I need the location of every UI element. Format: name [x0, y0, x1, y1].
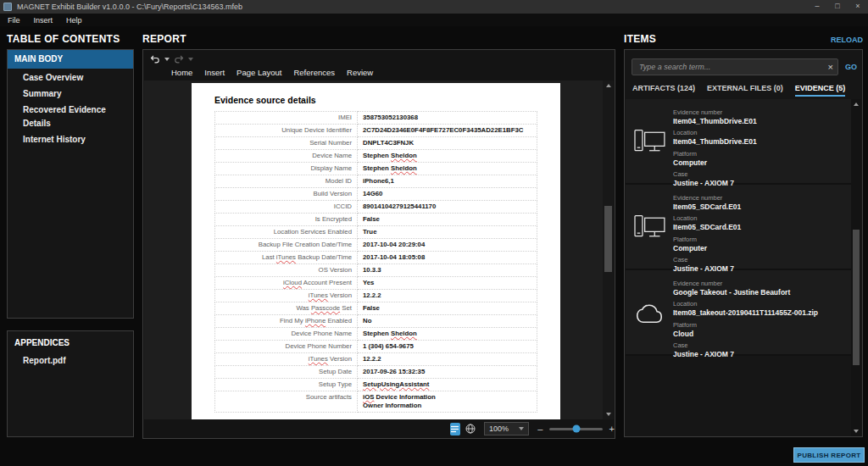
- scroll-down-icon[interactable]: [606, 413, 611, 416]
- publish-report-button[interactable]: PUBLISH REPORT: [793, 447, 865, 463]
- toc-item-summary[interactable]: Summary: [8, 87, 133, 101]
- report-panel: HomeInsertPage LayoutReferencesReview Ev…: [142, 49, 615, 439]
- search-input[interactable]: [632, 58, 838, 75]
- table-row: Backup File Creation Date/Time2017-10-04…: [215, 239, 537, 252]
- tab-home[interactable]: Home: [171, 68, 192, 77]
- field-value: Google Takeout - Justine Beaufort: [673, 288, 818, 297]
- document-page[interactable]: Evidence source details IMEI358753052130…: [192, 83, 560, 419]
- window-title: MAGNET Exhibit Builder v1.0.0.0 - C:\Fur…: [17, 0, 242, 14]
- table-row: Was Passcode SetFalse: [215, 302, 537, 315]
- evidence-fields: Evidence numberItem04_ThumbDrive.E01Loca…: [673, 99, 757, 183]
- toc-item-case-overview[interactable]: Case Overview: [8, 71, 133, 85]
- tab-references[interactable]: References: [293, 68, 335, 77]
- app-window: MAGNET Exhibit Builder v1.0.0.0 - C:\Fur…: [0, 0, 868, 466]
- close-button[interactable]: ×: [848, 0, 868, 14]
- redo-icon[interactable]: [174, 55, 184, 64]
- tab-page-layout[interactable]: Page Layout: [236, 68, 281, 77]
- zoom-level-value: 100%: [489, 424, 509, 433]
- table-row: ICCID89014104279125441170: [215, 201, 537, 214]
- toc-item-internet-history[interactable]: Internet History: [8, 133, 133, 147]
- toc-section-main-body[interactable]: MAIN BODY: [8, 50, 133, 69]
- table-row: Setup Date2017-09-26 15:32:35: [215, 366, 537, 379]
- table-row: Serial NumberDNPLT4C3FNJK: [215, 137, 537, 150]
- zoom-out-button[interactable]: –: [537, 422, 542, 435]
- evidence-item[interactable]: Evidence numberItem05_SDCard.E01Location…: [626, 185, 853, 270]
- table-row: Is EncryptedFalse: [215, 214, 537, 226]
- menu-file[interactable]: File: [8, 16, 20, 25]
- evidence-fields: Evidence numberItem05_SDCard.E01Location…: [673, 185, 741, 269]
- toc-item-recovered-evidence-details[interactable]: Recovered Evidence Details: [8, 103, 133, 130]
- tab-insert[interactable]: Insert: [204, 68, 225, 77]
- search-row: × GO: [632, 58, 857, 75]
- web-view-icon[interactable]: [465, 424, 476, 434]
- window-controls: – □ ×: [807, 0, 868, 14]
- tab-external-files-0[interactable]: EXTERNAL FILES (0): [707, 84, 783, 97]
- minimize-button[interactable]: –: [807, 0, 827, 14]
- zoom-slider-thumb[interactable]: [572, 425, 580, 433]
- quick-access-toolbar: [150, 53, 193, 65]
- undo-dropdown-icon[interactable]: [164, 58, 170, 61]
- toc-appendices-box: APPENDICESReport.pdf: [7, 330, 134, 437]
- computer-icon: [626, 185, 673, 269]
- document-scrollbar[interactable]: [603, 80, 614, 419]
- table-row: Device Phone Number1 (304) 654-9675: [215, 341, 537, 353]
- toc-item-report-pdf[interactable]: Report.pdf: [8, 354, 133, 368]
- scroll-up-icon[interactable]: [854, 103, 859, 106]
- field-value: Justine - AXIOM 7: [673, 350, 818, 358]
- toc-header: TABLE OF CONTENTS: [7, 33, 120, 45]
- document-canvas: Evidence source details IMEI358753052130…: [144, 80, 604, 419]
- tab-evidence-5[interactable]: EVIDENCE (5): [795, 84, 846, 97]
- table-row: iTunes Version12.2.2: [215, 353, 537, 366]
- clear-search-icon[interactable]: ×: [828, 61, 833, 73]
- items-panel: × GO ARTIFACTS (124)EXTERNAL FILES (0)EV…: [624, 49, 863, 437]
- items-scrollbar-thumb[interactable]: [853, 230, 860, 365]
- page-layout-view-icon[interactable]: [450, 423, 460, 435]
- search-go-button[interactable]: GO: [845, 63, 857, 71]
- zoom-level-dropdown[interactable]: 100%: [484, 422, 529, 435]
- field-value: Item04_ThumbDrive.E01: [673, 137, 757, 146]
- scroll-up-icon[interactable]: [606, 84, 611, 87]
- field-value: Computer: [673, 158, 757, 167]
- field-label: Evidence number: [673, 194, 741, 202]
- table-row: Device NameStephen Sheldon: [215, 150, 537, 163]
- table-row: OS Version10.3.3: [215, 264, 537, 277]
- field-value: Cloud: [673, 330, 818, 338]
- redo-dropdown-icon[interactable]: [188, 58, 193, 61]
- menu-help[interactable]: Help: [66, 16, 82, 25]
- field-label: Location: [673, 129, 757, 136]
- table-row: Source artifactsiOS Device InformationOw…: [215, 391, 537, 413]
- field-value: Item08_takeout-20190411T111455Z-001.zip: [673, 308, 818, 317]
- toc-section-appendices[interactable]: APPENDICES: [8, 335, 133, 352]
- tab-review[interactable]: Review: [347, 68, 373, 77]
- table-row: iTunes Version12.2.2: [215, 290, 537, 302]
- evidence-item[interactable]: Evidence numberItem04_ThumbDrive.E01Loca…: [626, 99, 853, 185]
- items-scrollbar[interactable]: [851, 99, 861, 436]
- table-row: Setup TypeSetupUsingAssistant: [215, 379, 537, 391]
- field-label: Evidence number: [673, 280, 818, 287]
- computer-icon: [626, 99, 673, 183]
- table-row: Build Version14G60: [215, 188, 537, 201]
- toc-main-body-box: MAIN BODYCase OverviewSummaryRecovered E…: [7, 49, 134, 319]
- evidence-fields: Evidence numberGoogle Takeout - Justine …: [673, 270, 818, 354]
- field-label: Platform: [673, 321, 818, 329]
- menu-insert[interactable]: Insert: [34, 16, 53, 25]
- items-header: ITEMS: [624, 33, 656, 45]
- table-row: Location Services EnabledTrue: [215, 226, 537, 239]
- title-bar: MAGNET Exhibit Builder v1.0.0.0 - C:\Fur…: [0, 0, 868, 14]
- evidence-item[interactable]: Evidence numberGoogle Takeout - Justine …: [626, 270, 853, 356]
- zoom-in-button[interactable]: +: [609, 422, 615, 435]
- report-header: REPORT: [142, 33, 186, 45]
- undo-icon[interactable]: [150, 55, 160, 64]
- table-row: Device Phone NameStephen Sheldon: [215, 328, 537, 341]
- maximize-button[interactable]: □: [827, 0, 848, 14]
- reload-link[interactable]: RELOAD: [831, 36, 863, 44]
- zoom-slider[interactable]: [549, 428, 602, 430]
- tab-artifacts-124[interactable]: ARTIFACTS (124): [632, 84, 695, 97]
- field-value: Item05_SDCard.E01: [673, 202, 741, 211]
- scroll-down-icon[interactable]: [854, 430, 859, 433]
- field-label: Case: [673, 170, 757, 178]
- field-value: Item05_SDCard.E01: [673, 223, 741, 231]
- field-label: Evidence number: [673, 108, 757, 116]
- document-scrollbar-thumb[interactable]: [604, 206, 612, 272]
- cloud-icon: [626, 270, 673, 354]
